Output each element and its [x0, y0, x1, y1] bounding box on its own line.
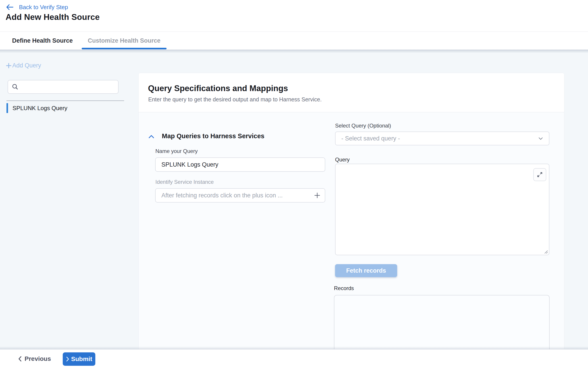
tabbar-shadow: [0, 50, 588, 53]
active-tab-underline: [82, 48, 167, 49]
query-name-input[interactable]: [155, 157, 325, 172]
chevron-left-icon: [18, 356, 22, 362]
previous-button[interactable]: Previous: [18, 353, 51, 365]
expand-query-button[interactable]: [533, 168, 546, 181]
tab-define-health-source[interactable]: Define Health Source: [10, 32, 74, 50]
search-icon: [12, 83, 19, 91]
query-item-label: SPLUNK Logs Query: [12, 105, 67, 112]
tab-label: Define Health Source: [12, 37, 73, 44]
service-instance-input[interactable]: [156, 189, 311, 202]
plus-icon: [6, 63, 12, 69]
fetch-records-button[interactable]: Fetch records: [335, 264, 397, 277]
query-search-box: [8, 80, 118, 94]
section-heading: Map Queries to Harness Services: [162, 132, 264, 140]
query-textarea[interactable]: [335, 164, 549, 255]
search-input[interactable]: [19, 80, 118, 93]
saved-query-placeholder: - Select saved query -: [341, 135, 400, 142]
card-header: Query Specifications and Mappings Enter …: [139, 73, 564, 112]
chevron-down-icon: [538, 136, 543, 141]
submit-button[interactable]: Submit: [63, 352, 95, 366]
query-list-item[interactable]: SPLUNK Logs Query: [7, 103, 124, 113]
add-service-instance-button[interactable]: [311, 189, 324, 202]
tab-label: Customize Health Source: [88, 37, 161, 44]
name-query-label: Name your Query: [155, 148, 198, 154]
expand-icon: [537, 172, 543, 178]
card-title: Query Specifications and Mappings: [148, 84, 288, 93]
resize-handle-icon[interactable]: [543, 249, 548, 254]
tabbar: Define Health Source Customize Health So…: [0, 32, 588, 50]
submit-label: Submit: [71, 356, 92, 363]
back-link[interactable]: Back to Verify Step: [6, 3, 68, 11]
service-instance-label: Identify Service Instance: [155, 179, 214, 185]
records-box: [334, 295, 550, 350]
chevron-up-icon: [148, 134, 154, 139]
card-subtitle: Enter the query to get the desired outpu…: [148, 96, 322, 103]
page-title: Add New Health Source: [6, 12, 100, 22]
query-label: Query: [335, 156, 350, 163]
page-header: Back to Verify Step Add New Health Sourc…: [0, 0, 588, 32]
selected-indicator: [7, 103, 8, 113]
arrow-left-icon: [6, 4, 14, 10]
collapse-section-button[interactable]: [148, 133, 155, 140]
add-query-button[interactable]: Add Query: [6, 62, 41, 69]
footer-bar: Previous Submit: [0, 350, 588, 368]
select-query-label: Select Query (Optional): [335, 123, 391, 129]
plus-icon: [313, 192, 321, 199]
content-area: Add Query SPLUNK Logs Query Query Specif…: [0, 50, 588, 350]
saved-query-select[interactable]: - Select saved query -: [335, 131, 549, 145]
tab-customize-health-source[interactable]: Customize Health Source: [82, 32, 167, 50]
query-spec-card: Query Specifications and Mappings Enter …: [138, 73, 564, 350]
add-query-label: Add Query: [12, 62, 41, 69]
chevron-right-icon: [66, 356, 69, 362]
service-instance-field: [155, 188, 325, 202]
sidebar-divider: [7, 101, 124, 101]
previous-label: Previous: [25, 355, 51, 362]
back-link-label: Back to Verify Step: [19, 4, 68, 11]
records-label: Records: [334, 285, 354, 291]
